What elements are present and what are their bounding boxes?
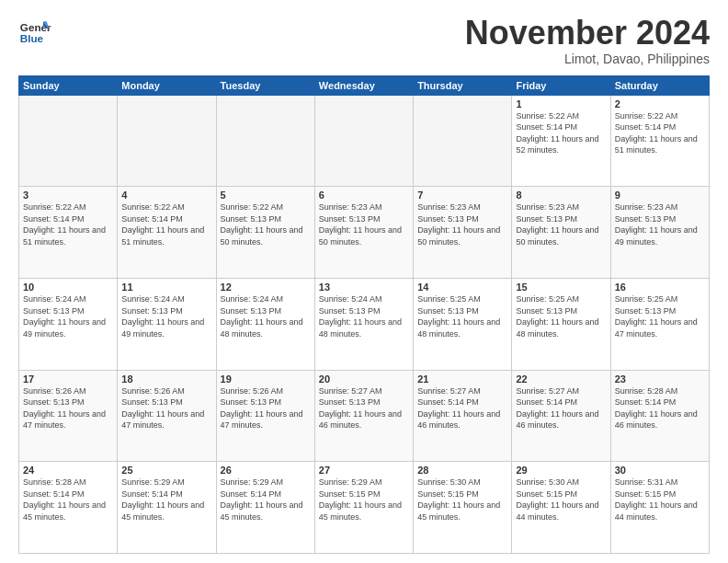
day-cell: 6Sunrise: 5:23 AM Sunset: 5:13 PM Daylig… xyxy=(314,187,413,279)
day-info: Sunrise: 5:28 AM Sunset: 5:14 PM Dayligh… xyxy=(615,385,705,431)
day-cell: 3Sunrise: 5:22 AM Sunset: 5:14 PM Daylig… xyxy=(19,187,118,279)
day-cell: 14Sunrise: 5:25 AM Sunset: 5:13 PM Dayli… xyxy=(414,278,512,370)
day-cell: 21Sunrise: 5:27 AM Sunset: 5:14 PM Dayli… xyxy=(414,370,512,462)
day-cell: 1Sunrise: 5:22 AM Sunset: 5:14 PM Daylig… xyxy=(512,95,610,187)
day-info: Sunrise: 5:26 AM Sunset: 5:13 PM Dayligh… xyxy=(221,385,311,431)
day-cell: 25Sunrise: 5:29 AM Sunset: 5:14 PM Dayli… xyxy=(118,462,216,554)
day-cell: 20Sunrise: 5:27 AM Sunset: 5:13 PM Dayli… xyxy=(314,370,413,462)
day-cell xyxy=(19,95,118,187)
col-header-saturday: Saturday xyxy=(610,75,709,95)
day-number: 18 xyxy=(121,373,211,385)
day-number: 20 xyxy=(319,373,409,385)
day-cell: 9Sunrise: 5:23 AM Sunset: 5:13 PM Daylig… xyxy=(610,187,709,279)
col-header-monday: Monday xyxy=(118,75,216,95)
day-cell: 22Sunrise: 5:27 AM Sunset: 5:14 PM Dayli… xyxy=(512,370,610,462)
day-info: Sunrise: 5:25 AM Sunset: 5:13 PM Dayligh… xyxy=(417,293,507,339)
day-info: Sunrise: 5:27 AM Sunset: 5:13 PM Dayligh… xyxy=(319,385,409,431)
day-info: Sunrise: 5:24 AM Sunset: 5:13 PM Dayligh… xyxy=(121,293,211,339)
day-cell: 10Sunrise: 5:24 AM Sunset: 5:13 PM Dayli… xyxy=(19,278,118,370)
day-info: Sunrise: 5:31 AM Sunset: 5:15 PM Dayligh… xyxy=(615,477,705,523)
day-info: Sunrise: 5:29 AM Sunset: 5:14 PM Dayligh… xyxy=(221,477,311,523)
day-cell: 18Sunrise: 5:26 AM Sunset: 5:13 PM Dayli… xyxy=(118,370,216,462)
day-info: Sunrise: 5:29 AM Sunset: 5:14 PM Dayligh… xyxy=(121,477,211,523)
day-cell: 29Sunrise: 5:30 AM Sunset: 5:15 PM Dayli… xyxy=(512,462,610,554)
day-info: Sunrise: 5:23 AM Sunset: 5:13 PM Dayligh… xyxy=(516,201,606,247)
calendar-table: SundayMondayTuesdayWednesdayThursdayFrid… xyxy=(18,75,710,554)
day-info: Sunrise: 5:30 AM Sunset: 5:15 PM Dayligh… xyxy=(516,477,606,523)
day-info: Sunrise: 5:26 AM Sunset: 5:13 PM Dayligh… xyxy=(23,385,113,431)
week-row-4: 24Sunrise: 5:28 AM Sunset: 5:14 PM Dayli… xyxy=(19,462,710,554)
svg-text:Blue: Blue xyxy=(20,32,44,44)
day-number: 11 xyxy=(121,282,211,293)
day-number: 4 xyxy=(121,190,211,201)
day-cell xyxy=(314,95,413,187)
week-row-3: 17Sunrise: 5:26 AM Sunset: 5:13 PM Dayli… xyxy=(19,370,710,462)
day-cell: 17Sunrise: 5:26 AM Sunset: 5:13 PM Dayli… xyxy=(19,370,118,462)
day-number: 14 xyxy=(417,282,507,293)
day-number: 15 xyxy=(516,282,606,293)
day-cell: 4Sunrise: 5:22 AM Sunset: 5:14 PM Daylig… xyxy=(118,187,216,279)
day-number: 26 xyxy=(221,465,311,476)
day-info: Sunrise: 5:24 AM Sunset: 5:13 PM Dayligh… xyxy=(23,293,113,339)
day-cell: 19Sunrise: 5:26 AM Sunset: 5:13 PM Dayli… xyxy=(216,370,314,462)
day-info: Sunrise: 5:30 AM Sunset: 5:15 PM Dayligh… xyxy=(417,477,507,523)
day-number: 22 xyxy=(516,373,606,385)
col-header-sunday: Sunday xyxy=(19,75,118,95)
day-cell: 15Sunrise: 5:25 AM Sunset: 5:13 PM Dayli… xyxy=(512,278,610,370)
day-number: 25 xyxy=(121,465,211,476)
day-info: Sunrise: 5:28 AM Sunset: 5:14 PM Dayligh… xyxy=(23,477,113,523)
day-info: Sunrise: 5:23 AM Sunset: 5:13 PM Dayligh… xyxy=(319,201,409,247)
day-cell: 12Sunrise: 5:24 AM Sunset: 5:13 PM Dayli… xyxy=(216,278,314,370)
day-number: 21 xyxy=(417,373,507,385)
day-info: Sunrise: 5:22 AM Sunset: 5:14 PM Dayligh… xyxy=(121,201,211,247)
col-header-friday: Friday xyxy=(512,75,610,95)
day-cell xyxy=(216,95,314,187)
day-cell: 7Sunrise: 5:23 AM Sunset: 5:13 PM Daylig… xyxy=(414,187,512,279)
week-row-0: 1Sunrise: 5:22 AM Sunset: 5:14 PM Daylig… xyxy=(19,95,710,187)
title-block: November 2024 Limot, Davao, Philippines xyxy=(465,15,710,66)
day-cell: 16Sunrise: 5:25 AM Sunset: 5:13 PM Dayli… xyxy=(610,278,709,370)
day-info: Sunrise: 5:25 AM Sunset: 5:13 PM Dayligh… xyxy=(516,293,606,339)
day-number: 3 xyxy=(23,190,113,201)
day-number: 27 xyxy=(319,465,409,476)
page: General Blue November 2024 Limot, Davao,… xyxy=(0,0,728,563)
day-info: Sunrise: 5:22 AM Sunset: 5:13 PM Dayligh… xyxy=(221,201,311,247)
day-cell: 26Sunrise: 5:29 AM Sunset: 5:14 PM Dayli… xyxy=(216,462,314,554)
week-row-2: 10Sunrise: 5:24 AM Sunset: 5:13 PM Dayli… xyxy=(19,278,710,370)
day-number: 2 xyxy=(615,98,705,109)
logo-icon: General Blue xyxy=(18,15,51,48)
day-info: Sunrise: 5:25 AM Sunset: 5:13 PM Dayligh… xyxy=(615,293,705,339)
day-info: Sunrise: 5:24 AM Sunset: 5:13 PM Dayligh… xyxy=(319,293,409,339)
day-number: 29 xyxy=(516,465,606,476)
day-number: 8 xyxy=(516,190,606,201)
day-info: Sunrise: 5:23 AM Sunset: 5:13 PM Dayligh… xyxy=(417,201,507,247)
header: General Blue November 2024 Limot, Davao,… xyxy=(18,15,710,66)
day-info: Sunrise: 5:22 AM Sunset: 5:14 PM Dayligh… xyxy=(516,110,606,156)
day-cell: 11Sunrise: 5:24 AM Sunset: 5:13 PM Dayli… xyxy=(118,278,216,370)
day-cell: 2Sunrise: 5:22 AM Sunset: 5:14 PM Daylig… xyxy=(610,95,709,187)
col-header-wednesday: Wednesday xyxy=(314,75,413,95)
day-cell: 27Sunrise: 5:29 AM Sunset: 5:15 PM Dayli… xyxy=(314,462,413,554)
day-number: 16 xyxy=(615,282,705,293)
day-number: 12 xyxy=(221,282,311,293)
day-cell xyxy=(414,95,512,187)
day-cell: 23Sunrise: 5:28 AM Sunset: 5:14 PM Dayli… xyxy=(610,370,709,462)
day-number: 30 xyxy=(615,465,705,476)
day-cell xyxy=(118,95,216,187)
day-cell: 24Sunrise: 5:28 AM Sunset: 5:14 PM Dayli… xyxy=(19,462,118,554)
day-number: 13 xyxy=(319,282,409,293)
day-info: Sunrise: 5:22 AM Sunset: 5:14 PM Dayligh… xyxy=(23,201,113,247)
day-number: 19 xyxy=(221,373,311,385)
header-row: SundayMondayTuesdayWednesdayThursdayFrid… xyxy=(19,75,710,95)
month-title: November 2024 xyxy=(465,15,710,52)
logo: General Blue xyxy=(18,15,51,48)
day-number: 28 xyxy=(417,465,507,476)
day-info: Sunrise: 5:22 AM Sunset: 5:14 PM Dayligh… xyxy=(615,110,705,156)
day-cell: 28Sunrise: 5:30 AM Sunset: 5:15 PM Dayli… xyxy=(414,462,512,554)
col-header-tuesday: Tuesday xyxy=(216,75,314,95)
day-info: Sunrise: 5:27 AM Sunset: 5:14 PM Dayligh… xyxy=(417,385,507,431)
week-row-1: 3Sunrise: 5:22 AM Sunset: 5:14 PM Daylig… xyxy=(19,187,710,279)
day-number: 1 xyxy=(516,98,606,109)
day-info: Sunrise: 5:23 AM Sunset: 5:13 PM Dayligh… xyxy=(615,201,705,247)
day-number: 9 xyxy=(615,190,705,201)
